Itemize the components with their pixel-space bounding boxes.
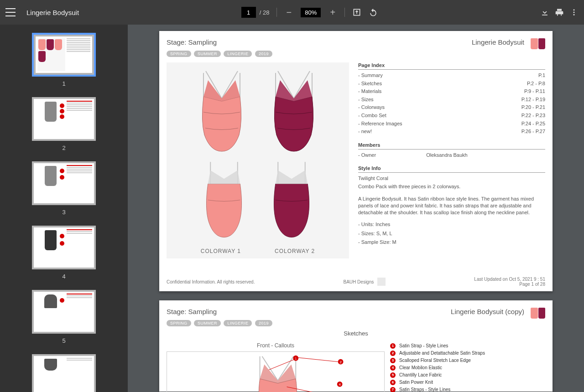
- thumbnail-3[interactable]: [32, 161, 96, 205]
- callout-row: 1Satin Strap - Style Lines: [390, 342, 545, 350]
- callout-row: 7Satin Straps - Style Lines: [390, 386, 545, 392]
- tag: SPRING: [167, 320, 191, 326]
- thumbnail-label: 5: [62, 337, 65, 344]
- page-title: Lingerie Bodysuit (copy): [451, 308, 524, 315]
- fit-page-icon[interactable]: [352, 8, 361, 17]
- callouts-list: 1Satin Strap - Style Lines2Adjustable an…: [390, 342, 545, 392]
- tag-row: SPRING SUMMER LINGERIE 2019: [167, 318, 273, 326]
- section-header: Sketches: [167, 330, 545, 337]
- bodysuit-cw2-front: [262, 67, 326, 153]
- page-total: / 28: [260, 9, 270, 16]
- download-icon[interactable]: [540, 8, 549, 17]
- svg-line-11: [269, 358, 297, 370]
- zoom-value[interactable]: 80%: [301, 8, 321, 17]
- thumbnail-6[interactable]: [32, 354, 96, 392]
- tag: 2019: [255, 320, 272, 326]
- index-row: - Combo SetP.22 - P.23: [358, 112, 545, 120]
- page-title: Lingerie Bodysuit: [472, 38, 524, 46]
- svg-text:4: 4: [339, 382, 341, 387]
- thumbnail-2[interactable]: [32, 97, 96, 141]
- tag: SUMMER: [194, 51, 221, 57]
- svg-text:2: 2: [339, 360, 341, 364]
- colorway-1-label: COLORWAY 1: [201, 248, 241, 254]
- footer-updated: Last Updated on Oct 5, 2021 9 : 51: [474, 277, 545, 282]
- style-info-header: Style Info: [358, 165, 545, 173]
- svg-point-1: [573, 12, 574, 13]
- tag: LINGERIE: [224, 51, 252, 57]
- index-row: - new!P.26 - P.27: [358, 128, 545, 136]
- tag: LINGERIE: [224, 320, 252, 326]
- thumbnail-4[interactable]: [32, 226, 96, 269]
- index-row: - ColorwaysP.20 - P.21: [358, 103, 545, 112]
- page-index-header: Page Index: [358, 62, 545, 70]
- sketch-title: Front - Callouts: [167, 342, 385, 349]
- footer-logo: [377, 278, 386, 286]
- metadata-panel: Page Index - SummaryP.1- SketchesP.2 - P…: [358, 62, 545, 258]
- stage-label: Stage: Sampling: [167, 38, 273, 46]
- callout-row: 3Scalloped Floral Stretch Lace Edge: [390, 357, 545, 364]
- index-row: - SizesP.12 - P.19: [358, 96, 545, 104]
- page-2: Stage: Sampling SPRING SUMMER LINGERIE 2…: [159, 300, 553, 392]
- index-row: - Reference ImagesP.24 - P.25: [358, 120, 545, 128]
- page-1: Stage: Sampling SPRING SUMMER LINGERIE 2…: [159, 31, 553, 291]
- footer-company: BAUH Designs: [344, 279, 374, 284]
- style-units: - Units: Inches: [358, 220, 545, 229]
- artwork-panel: COLORWAY 1 COLORWAY 2: [167, 62, 349, 258]
- more-icon[interactable]: [569, 8, 579, 17]
- style-sizes: - Sizes: S, M, L: [358, 229, 545, 238]
- style-name: Twilight Coral: [358, 175, 545, 183]
- style-sub: Combo Pack with three pieces in 2 colorw…: [358, 183, 545, 191]
- stage-label: Stage: Sampling: [167, 308, 273, 315]
- style-desc: A Lingerie Bodysuit. It has Satin ribbon…: [358, 196, 545, 217]
- index-row: - SketchesP.2 - P.8: [358, 80, 545, 88]
- bodysuit-cw1-front: [190, 67, 254, 153]
- bodysuit-cw1-back: [194, 158, 254, 240]
- member-name: Oleksandra Baukh: [376, 151, 545, 160]
- pdf-toolbar: Lingerie Bodysuit / 28 − 80% +: [0, 0, 584, 25]
- members-header: Members: [358, 142, 545, 150]
- document-viewport[interactable]: Stage: Sampling SPRING SUMMER LINGERIE 2…: [128, 25, 584, 392]
- callout-row: 5Chantilly Lace Fabric: [390, 371, 545, 379]
- tag: 2019: [255, 51, 272, 57]
- zoom-out-button[interactable]: −: [284, 7, 293, 18]
- corner-swatch: [531, 308, 545, 319]
- callout-row: 6Satin Power Knit: [390, 379, 545, 386]
- page-number-input[interactable]: [241, 7, 256, 18]
- footer-pagenum: Page 1 of 28: [474, 282, 545, 287]
- bodysuit-cw2-back: [262, 158, 321, 240]
- tag: SUMMER: [194, 320, 221, 326]
- thumbnail-label: 1: [62, 80, 65, 87]
- index-row: - SummaryP.1: [358, 72, 545, 80]
- print-icon[interactable]: [555, 8, 564, 17]
- page-indicator: / 28: [241, 7, 270, 18]
- colorway-2-label: COLORWAY 2: [275, 248, 315, 254]
- thumbnail-5[interactable]: [32, 290, 96, 334]
- tag-row: SPRING SUMMER LINGERIE 2019: [167, 49, 273, 57]
- style-sample: - Sample Size: M: [358, 238, 545, 247]
- footer-confidential: Confidential Information. All rights res…: [167, 279, 255, 284]
- callout-row: 4Clear Mobilon Elastic: [390, 364, 545, 371]
- tag: SPRING: [167, 51, 191, 57]
- thumbnail-sidebar: 1 2: [0, 25, 128, 392]
- corner-swatch: [531, 38, 545, 49]
- thumbnail-label: 3: [62, 209, 65, 216]
- svg-line-12: [295, 357, 338, 362]
- index-row: - MaterialsP.9 - P.11: [358, 88, 545, 96]
- rotate-icon[interactable]: [369, 8, 378, 17]
- svg-point-0: [573, 9, 574, 10]
- document-title: Lingerie Bodysuit: [26, 9, 79, 16]
- page-footer: Confidential Information. All rights res…: [167, 277, 545, 287]
- member-role: - Owner: [358, 151, 376, 160]
- thumbnail-label: 4: [62, 273, 65, 280]
- svg-point-2: [573, 14, 574, 15]
- callout-row: 2Adjustable and Detattachable Satin Stra…: [390, 350, 545, 357]
- thumbnail-label: 2: [62, 144, 65, 151]
- sketch-area: 1 2 3 4: [167, 351, 385, 392]
- thumbnail-1[interactable]: [32, 33, 96, 77]
- menu-icon[interactable]: [5, 8, 16, 16]
- zoom-in-button[interactable]: +: [328, 7, 337, 18]
